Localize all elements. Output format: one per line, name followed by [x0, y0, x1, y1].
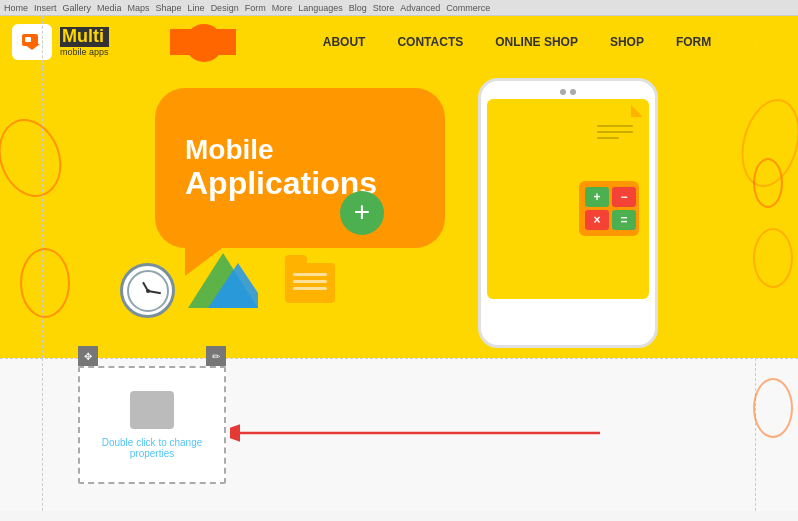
widget-image-placeholder [130, 391, 174, 429]
nav-link-shop[interactable]: SHOP [594, 35, 660, 49]
editor-toolbar[interactable]: Home Insert Gallery Media Maps Shape Lin… [0, 0, 798, 16]
clock-face [127, 270, 169, 312]
calculator-app-icon: + − × = [579, 181, 639, 236]
guide-line [755, 16, 756, 68]
logo-title: Multi [60, 27, 109, 47]
calc-btn-minus: − [612, 187, 636, 207]
squiggle-left-1 [0, 110, 72, 206]
nav-link-contacts[interactable]: CONTACTS [381, 35, 479, 49]
toolbar-more[interactable]: More [272, 3, 293, 13]
svg-rect-1 [25, 37, 31, 42]
guide-line [0, 358, 798, 359]
calc-btn-plus: + [585, 187, 609, 207]
toolbar-blog[interactable]: Blog [349, 3, 367, 13]
widget-edit-area: ✏ [206, 346, 226, 366]
orange-circle-decoration [185, 24, 223, 62]
red-arrow [230, 423, 600, 447]
widget-box[interactable]: ✥ ✏ Double click to change properties [78, 366, 226, 484]
widget-move-button[interactable]: ✥ [78, 346, 98, 366]
logo-text-area: Multi mobile apps [60, 27, 109, 57]
nav-link-online-shop[interactable]: ONLINE SHOP [479, 35, 594, 49]
folder-icon [285, 263, 335, 303]
nav-link-form[interactable]: FORM [660, 35, 727, 49]
phone-speaker [481, 81, 655, 99]
squiggle-right-3 [753, 158, 783, 208]
map-icon [188, 253, 258, 308]
calc-btn-times: × [585, 210, 609, 230]
logo-subtitle: mobile apps [60, 47, 109, 57]
phone-dot [570, 89, 576, 95]
clock-icon [120, 263, 175, 318]
widget-label[interactable]: Double click to change properties [80, 437, 224, 459]
logo-area: Multi mobile apps [0, 24, 170, 60]
squiggle-bottom-right [753, 378, 793, 438]
toolbar-store[interactable]: Store [373, 3, 395, 13]
guide-line [42, 16, 43, 68]
plus-button[interactable]: + [340, 191, 384, 235]
toolbar-form[interactable]: Form [245, 3, 266, 13]
squiggle-left-2 [20, 248, 70, 318]
note-app-icon [591, 109, 639, 165]
logo-icon [12, 24, 52, 60]
nav-link-about[interactable]: ABOUT [307, 35, 382, 49]
squiggle-right-2 [753, 228, 793, 288]
toolbar-languages[interactable]: Languages [298, 3, 343, 13]
speech-bubble: Mobile Applications [155, 88, 445, 248]
phone-dot [560, 89, 566, 95]
nav-links: ABOUT CONTACTS ONLINE SHOP SHOP FORM [236, 35, 798, 49]
toolbar-insert[interactable]: Insert [34, 3, 57, 13]
bottom-section: ✥ ✏ Double click to change properties [0, 358, 798, 511]
phone-screen: + − × = [487, 99, 649, 299]
widget-inner: Double click to change properties [80, 368, 224, 482]
guide-line [42, 358, 43, 511]
bubble-text-mobile: Mobile [185, 135, 415, 166]
calc-btn-equals: = [612, 210, 636, 230]
clock-center [146, 289, 150, 293]
widget-edit-button[interactable]: ✏ [206, 346, 226, 366]
toolbar-advanced[interactable]: Advanced [400, 3, 440, 13]
bubble-text-apps: Applications [185, 166, 415, 201]
toolbar-gallery[interactable]: Gallery [63, 3, 92, 13]
widget-toolbar: ✥ [78, 346, 98, 366]
toolbar-media[interactable]: Media [97, 3, 122, 13]
plus-icon: + [354, 198, 370, 226]
toolbar-home[interactable]: Home [4, 3, 28, 13]
hero-section: Mobile Applications + [0, 68, 798, 358]
toolbar-shape[interactable]: Shape [156, 3, 182, 13]
toolbar-line[interactable]: Line [188, 3, 205, 13]
toolbar-design[interactable]: Design [211, 3, 239, 13]
nav-bar: Multi mobile apps SHOP ABOUT CONTACTS ON… [0, 16, 798, 68]
phone-mockup: + − × = [478, 78, 658, 348]
folder-tab [285, 255, 307, 263]
toolbar-commerce[interactable]: Commerce [446, 3, 490, 13]
guide-line [755, 358, 756, 511]
toolbar-maps[interactable]: Maps [128, 3, 150, 13]
